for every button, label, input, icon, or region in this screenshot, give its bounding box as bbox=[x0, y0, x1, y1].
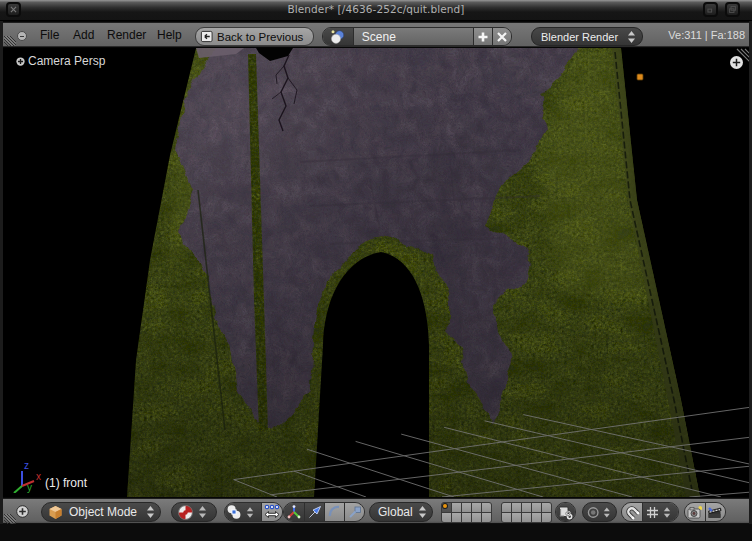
updown-arrows-icon bbox=[146, 505, 155, 519]
back-to-previous-label: Back to Previous bbox=[217, 31, 303, 43]
tower-structure bbox=[127, 48, 700, 497]
manipulator-rotate-button[interactable] bbox=[324, 503, 344, 521]
render-engine-dropdown[interactable]: Blender Render bbox=[531, 27, 643, 46]
manipulate-centers-icon bbox=[264, 504, 280, 520]
window-maximize-button[interactable] bbox=[725, 2, 740, 17]
axis-x-label: x bbox=[36, 471, 41, 482]
layer-cell[interactable] bbox=[542, 513, 551, 522]
minimize-icon bbox=[705, 4, 716, 15]
view-properties-expand-icon[interactable] bbox=[16, 57, 25, 66]
opengl-render-anim-icon bbox=[707, 505, 723, 520]
layer-cell[interactable] bbox=[472, 503, 481, 512]
orientation-value: Global bbox=[378, 505, 414, 519]
snap-toggle[interactable] bbox=[622, 503, 642, 521]
render-engine-value: Blender Render bbox=[541, 31, 627, 43]
translate-icon bbox=[308, 505, 322, 519]
manipulator-axis-icon bbox=[287, 505, 301, 519]
updown-arrows-icon bbox=[603, 506, 611, 519]
snap-increment-grid-icon bbox=[646, 506, 659, 519]
proportional-edit-dropdown[interactable] bbox=[582, 502, 617, 522]
object-origin-dot bbox=[637, 74, 643, 80]
viewport-3d[interactable]: Camera Persp z x y (1) front bbox=[3, 48, 749, 497]
updown-arrows-icon bbox=[627, 30, 636, 44]
layer-cell[interactable] bbox=[512, 503, 521, 512]
manipulate-centers-toggle[interactable] bbox=[261, 503, 282, 521]
layer-cell[interactable] bbox=[442, 513, 451, 522]
layer-cell[interactable] bbox=[532, 513, 541, 522]
scene-datablock: Scene bbox=[322, 27, 512, 46]
updown-arrows-icon bbox=[663, 506, 671, 519]
updown-arrows-icon bbox=[418, 505, 427, 519]
rotate-icon bbox=[328, 505, 342, 519]
layer-cell[interactable] bbox=[482, 503, 491, 512]
window-title: Blender* [/4636-252c/quit.blend] bbox=[0, 3, 752, 15]
viewport-scene bbox=[3, 48, 749, 497]
window-titlebar[interactable]: Blender* [/4636-252c/quit.blend] bbox=[0, 0, 752, 21]
pivot-median-icon bbox=[226, 504, 242, 520]
lock-camera-layers-icon bbox=[558, 505, 573, 520]
layer-cell[interactable] bbox=[522, 503, 531, 512]
window-minimize-button[interactable] bbox=[703, 2, 718, 17]
layer-cell[interactable] bbox=[542, 503, 551, 512]
layer-cell[interactable] bbox=[482, 513, 491, 522]
back-arrow-icon bbox=[200, 30, 213, 43]
viewport-shading-dropdown[interactable] bbox=[171, 502, 217, 522]
header-expand-icon[interactable] bbox=[16, 505, 29, 518]
layer-cell[interactable] bbox=[502, 513, 511, 522]
layer-cell-active[interactable] bbox=[442, 503, 451, 512]
window-border-bottom bbox=[0, 524, 752, 541]
scene-name-field[interactable]: Scene bbox=[354, 28, 473, 45]
layer-cell[interactable] bbox=[522, 513, 531, 522]
layers-block-1 bbox=[441, 502, 492, 523]
opengl-render-anim-button[interactable] bbox=[705, 503, 725, 521]
lock-group bbox=[555, 502, 576, 522]
layer-cell[interactable] bbox=[532, 503, 541, 512]
scene-stats: Ve:311 | Fa:188 bbox=[668, 29, 745, 41]
textured-shading-icon bbox=[177, 504, 194, 521]
opengl-render-button[interactable] bbox=[685, 503, 705, 521]
back-to-previous-button[interactable]: Back to Previous bbox=[195, 27, 314, 46]
properties-panel-expand-icon[interactable] bbox=[729, 55, 744, 70]
menu-file[interactable]: File bbox=[40, 28, 59, 42]
snap-element-dropdown[interactable] bbox=[642, 503, 678, 521]
updown-arrows-icon bbox=[246, 506, 254, 519]
scale-icon bbox=[348, 505, 362, 519]
pivot-point-dropdown[interactable] bbox=[225, 503, 261, 521]
manipulator-toggle-button[interactable] bbox=[284, 503, 304, 521]
editor-type-icon[interactable] bbox=[17, 31, 27, 41]
scene-unlink-button[interactable] bbox=[492, 28, 511, 45]
layer-cell[interactable] bbox=[472, 513, 481, 522]
manipulator-scale-button[interactable] bbox=[344, 503, 364, 521]
layers-block-2 bbox=[501, 502, 552, 523]
info-header: File Add Render Help Back to Previous Sc… bbox=[3, 22, 749, 47]
window-border-left bbox=[0, 21, 3, 524]
layer-cell[interactable] bbox=[452, 503, 461, 512]
layers-widget bbox=[441, 502, 552, 523]
viewport-view-info: (1) front bbox=[45, 476, 87, 490]
mode-value: Object Mode bbox=[69, 505, 142, 519]
orientation-dropdown[interactable]: Global bbox=[369, 502, 433, 522]
area-corner-grip-icon[interactable] bbox=[4, 36, 16, 46]
scene-browse-button[interactable] bbox=[323, 28, 354, 45]
scene-icon bbox=[329, 29, 346, 45]
area-corner-grip-icon[interactable] bbox=[4, 514, 16, 524]
pivot-group bbox=[224, 502, 283, 522]
maximize-icon bbox=[727, 4, 738, 15]
layer-cell[interactable] bbox=[512, 513, 521, 522]
manipulator-translate-button[interactable] bbox=[304, 503, 324, 521]
viewport-view-name: Camera Persp bbox=[28, 54, 105, 68]
layer-cell[interactable] bbox=[462, 513, 471, 522]
mode-dropdown[interactable]: Object Mode bbox=[41, 502, 161, 522]
layer-cell[interactable] bbox=[452, 513, 461, 522]
opengl-render-group bbox=[684, 502, 726, 522]
menu-add[interactable]: Add bbox=[73, 28, 94, 42]
blender-window: Blender* [/4636-252c/quit.blend] File Ad… bbox=[0, 0, 752, 541]
menu-render[interactable]: Render bbox=[107, 28, 146, 42]
menu-help[interactable]: Help bbox=[157, 28, 182, 42]
snap-magnet-icon bbox=[625, 505, 640, 520]
lock-to-scene-toggle[interactable] bbox=[556, 503, 575, 521]
updown-arrows-icon bbox=[198, 505, 207, 519]
scene-add-button[interactable] bbox=[473, 28, 492, 45]
layer-cell[interactable] bbox=[462, 503, 471, 512]
layer-cell[interactable] bbox=[502, 503, 511, 512]
